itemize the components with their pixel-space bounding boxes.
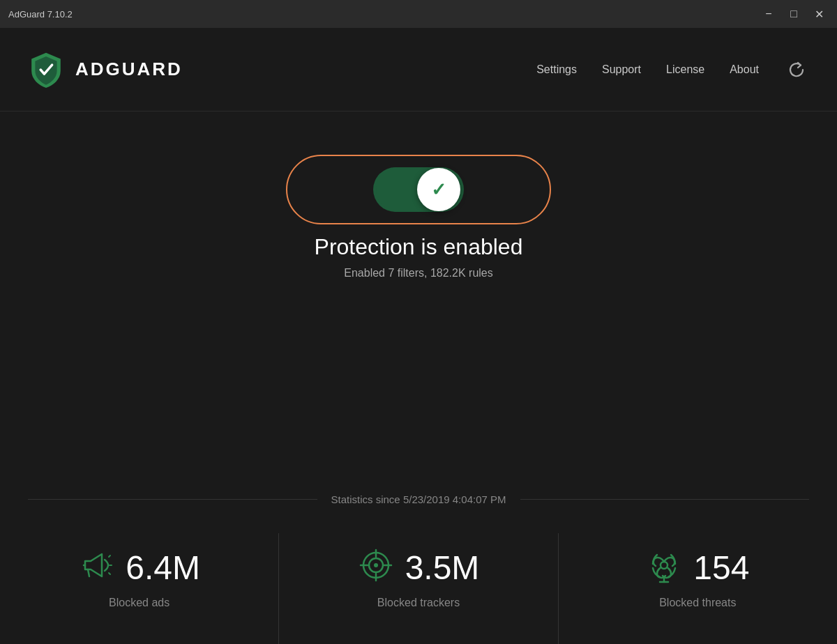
adguard-logo-icon xyxy=(28,52,64,88)
blocked-ads-row: 6.4M xyxy=(78,547,200,588)
statistics-section: Statistics since 5/23/2019 4:04:07 PM xyxy=(0,493,837,644)
window-controls: − □ ✕ xyxy=(759,4,829,24)
stats-cards: 6.4M Blocked ads xyxy=(0,533,837,644)
blocked-trackers-row: 3.5M xyxy=(358,547,480,588)
tracker-icon xyxy=(358,547,394,588)
refresh-button[interactable] xyxy=(784,57,809,82)
minimize-button[interactable]: − xyxy=(759,4,778,24)
logo-area: ADGUARD xyxy=(28,52,183,88)
protection-status-detail: Enabled 7 filters, 182.2K rules xyxy=(344,267,492,279)
app-title: AdGuard 7.10.2 xyxy=(8,9,73,20)
blocked-trackers-label: Blocked trackers xyxy=(377,597,460,609)
blocked-threats-value: 154 xyxy=(693,551,749,585)
header: ADGUARD Settings Support License About xyxy=(0,28,837,112)
blocked-ads-value: 6.4M xyxy=(126,551,200,585)
toggle-container: ✓ xyxy=(373,167,464,212)
refresh-icon xyxy=(787,61,806,79)
license-nav[interactable]: License xyxy=(666,63,704,76)
blocked-trackers-value: 3.5M xyxy=(405,551,480,585)
blocked-threats-label: Blocked threats xyxy=(659,597,736,609)
blocked-ads-card: 6.4M Blocked ads xyxy=(0,533,279,644)
blocked-trackers-card: 3.5M Blocked trackers xyxy=(279,533,558,644)
main-content: ✓ Protection is enabled Enabled 7 filter… xyxy=(0,112,837,279)
stats-line-left xyxy=(28,499,317,500)
settings-nav[interactable]: Settings xyxy=(536,63,577,76)
logo-text: ADGUARD xyxy=(75,59,183,80)
toggle-check-icon: ✓ xyxy=(431,179,446,201)
nav-area: Settings Support License About xyxy=(536,57,809,82)
megaphone-icon xyxy=(78,547,114,588)
stats-since-label: Statistics since 5/23/2019 4:04:07 PM xyxy=(317,493,520,505)
svg-line-1 xyxy=(109,555,110,557)
stats-line-right xyxy=(520,499,810,500)
app-container: ADGUARD Settings Support License About xyxy=(0,28,837,644)
toggle-thumb: ✓ xyxy=(417,168,460,211)
protection-status-title: Protection is enabled xyxy=(315,234,523,260)
protection-toggle[interactable]: ✓ xyxy=(373,167,464,212)
biohazard-icon xyxy=(646,547,682,588)
about-nav[interactable]: About xyxy=(730,63,759,76)
blocked-threats-row: 154 xyxy=(646,547,749,588)
stats-divider-area: Statistics since 5/23/2019 4:04:07 PM xyxy=(0,493,837,505)
maximize-button[interactable]: □ xyxy=(784,4,804,24)
blocked-threats-card: 154 Blocked threats xyxy=(559,533,837,644)
svg-point-6 xyxy=(374,563,378,567)
support-nav[interactable]: Support xyxy=(602,63,641,76)
toggle-track: ✓ xyxy=(376,167,461,212)
blocked-ads-label: Blocked ads xyxy=(109,597,169,609)
close-button[interactable]: ✕ xyxy=(809,4,829,24)
titlebar: AdGuard 7.10.2 − □ ✕ xyxy=(0,0,837,28)
svg-line-3 xyxy=(109,573,110,574)
